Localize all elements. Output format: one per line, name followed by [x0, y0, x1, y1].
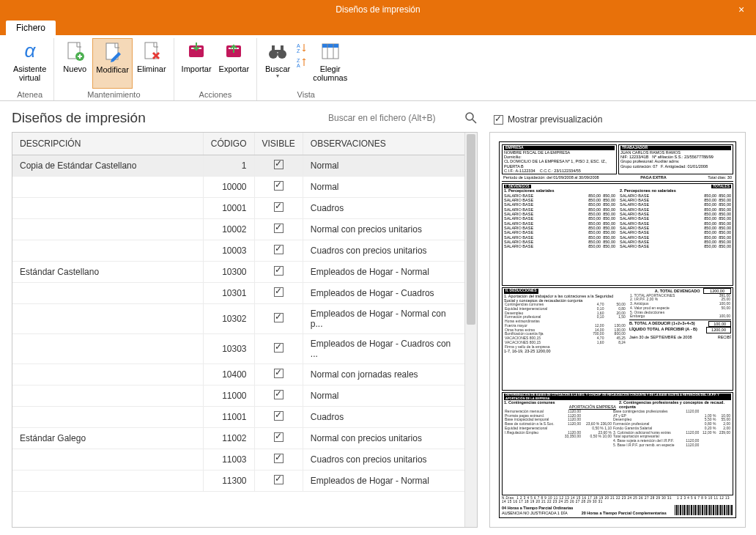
- nuevo-button[interactable]: Nuevo: [59, 38, 91, 89]
- preview-text: Grupo cotización: 07: [620, 164, 657, 169]
- cell-obs: Normal: [303, 177, 464, 198]
- table-row[interactable]: 11000Normal: [12, 385, 464, 407]
- importar-button[interactable]: Importar: [179, 38, 215, 89]
- cell-visible[interactable]: [254, 428, 303, 449]
- cell-visible[interactable]: [254, 262, 303, 283]
- sort-desc-button[interactable]: ZA: [295, 56, 308, 69]
- search-input[interactable]: [327, 111, 459, 125]
- table-row[interactable]: 11003Cuadros con precios unitarios: [12, 449, 464, 471]
- cell-visible[interactable]: [254, 283, 303, 304]
- preview-toggle-label: Mostrar previsualización: [508, 114, 602, 125]
- cell-obs: Normal con jornadas reales: [303, 364, 464, 385]
- ribbon-group-atenea: α Asistente virtual Atenea: [6, 38, 54, 100]
- table-row[interactable]: Copia de Estándar Castellano1Normal: [12, 155, 464, 177]
- tab-fichero[interactable]: Fichero: [6, 21, 56, 35]
- cell-visible[interactable]: [254, 449, 303, 471]
- checkbox-icon: [274, 454, 284, 463]
- buscar-button[interactable]: Buscar ▾: [262, 38, 294, 89]
- cell-visible[interactable]: [254, 471, 303, 492]
- preview-text: 1. Aportación del trabajador a las cotiz…: [504, 294, 626, 298]
- preview-text: DETERMINACIÓN DE BASES DE COTIZACIÓN A L…: [504, 394, 731, 400]
- table-container: DESCRIPCIÓN CÓDIGO VISIBLE OBSERVACIONES…: [12, 132, 478, 528]
- preview-text: N.Días 1 2 3 4 5 6 7 8 9 10 11 12 13 14 …: [502, 496, 733, 503]
- modificar-button[interactable]: Modificar: [92, 38, 133, 89]
- col-header-visible[interactable]: VISIBLE: [254, 133, 303, 155]
- table-row[interactable]: 10400Normal con jornadas reales: [12, 364, 464, 385]
- table-row[interactable]: 11001Cuadros: [12, 407, 464, 428]
- cell-visible[interactable]: [254, 364, 303, 385]
- cell-visible[interactable]: [254, 385, 303, 407]
- cell-visible[interactable]: [254, 334, 303, 364]
- svg-text:A: A: [297, 43, 300, 48]
- table-row[interactable]: Estándar Castellano10300Empleados de Hog…: [12, 262, 464, 283]
- edit-document-icon: [101, 40, 125, 64]
- checkbox-icon: [274, 266, 284, 276]
- cell-visible[interactable]: [254, 304, 303, 334]
- vertical-scrollbar[interactable]: [464, 133, 477, 527]
- table-scroll[interactable]: DESCRIPCIÓN CÓDIGO VISIBLE OBSERVACIONES…: [12, 133, 464, 527]
- ribbon-group-label: Acciones: [199, 89, 232, 100]
- cell-code: 10303: [203, 334, 254, 364]
- col-header-codigo[interactable]: CÓDIGO: [203, 133, 254, 155]
- sort-asc-button[interactable]: AZ: [295, 41, 308, 54]
- table-row[interactable]: 10000Normal: [12, 177, 464, 198]
- cell-visible[interactable]: [254, 177, 303, 198]
- cell-code: 10400: [203, 364, 254, 385]
- cell-desc: Estándar Castellano: [12, 262, 203, 283]
- cell-visible[interactable]: [254, 407, 303, 428]
- titlebar: Diseños de impresión ×: [0, 0, 756, 19]
- cell-desc: [12, 407, 203, 428]
- cell-desc: [12, 364, 203, 385]
- cell-visible[interactable]: [254, 198, 303, 219]
- preview-text: C.C.C.: 23/1122334/55: [540, 169, 581, 173]
- svg-text:Z: Z: [297, 48, 300, 54]
- cell-obs: Cuadros con precios unitarios: [303, 449, 464, 471]
- columns-icon: [319, 40, 342, 63]
- cell-code: 10302: [203, 304, 254, 334]
- preview-text: Domicilio:: [504, 155, 522, 159]
- scrollbar-thumb[interactable]: [467, 134, 475, 325]
- panel-header: Diseños de impresión: [12, 110, 478, 126]
- exportar-button[interactable]: Exportar: [216, 38, 253, 89]
- new-document-icon: [63, 40, 86, 63]
- table-row[interactable]: Estándar Galego11002Normal con precios u…: [12, 428, 464, 449]
- table-row[interactable]: 10003Cuadros con precios unitarios: [12, 240, 464, 262]
- cell-code: 10001: [203, 198, 254, 219]
- table-row[interactable]: 10301Empleados de Hogar - Cuadros: [12, 283, 464, 304]
- table-row[interactable]: 10302Empleados de Hogar - Normal con p..…: [12, 304, 464, 334]
- cell-visible[interactable]: [254, 219, 303, 240]
- svg-text:Z: Z: [297, 58, 300, 63]
- checkbox-icon: [274, 475, 284, 484]
- cell-code: 1: [203, 155, 254, 177]
- ribbon-label: Eliminar: [137, 64, 166, 73]
- cell-obs: Normal: [303, 385, 464, 407]
- preview-toggle[interactable]: Mostrar previsualización: [494, 114, 746, 125]
- table-row[interactable]: 10303Empleados de Hogar - Cuadros con ..…: [12, 334, 464, 364]
- cell-code: 11002: [203, 428, 254, 449]
- asistente-virtual-button[interactable]: α Asistente virtual: [10, 38, 49, 89]
- ribbon-group-label: Mantenimiento: [87, 89, 140, 100]
- checkbox-icon: [274, 181, 284, 191]
- preview-text: NIF: 12233/41B: [620, 155, 649, 159]
- ribbon-label: Exportar: [219, 64, 250, 73]
- table-row[interactable]: 10001Cuadros: [12, 198, 464, 219]
- elegir-columnas-button[interactable]: Elegir columnas: [310, 38, 350, 89]
- cell-visible[interactable]: [254, 155, 303, 177]
- ribbon-group-label: Vista: [297, 89, 315, 100]
- eliminar-button[interactable]: Eliminar: [134, 38, 169, 89]
- table-header-row: DESCRIPCIÓN CÓDIGO VISIBLE OBSERVACIONES: [12, 133, 464, 155]
- sort-icons: AZ ZA: [295, 38, 308, 89]
- svg-rect-13: [275, 50, 281, 52]
- table-row[interactable]: 11300Empleados de Hogar - Normal: [12, 471, 464, 492]
- close-button[interactable]: ×: [727, 0, 756, 19]
- col-header-observaciones[interactable]: OBSERVACIONES: [303, 133, 464, 155]
- col-header-descripcion[interactable]: DESCRIPCIÓN: [12, 133, 203, 155]
- table-row[interactable]: 10002Normal con precios unitarios: [12, 219, 464, 240]
- svg-text:α: α: [24, 40, 36, 62]
- panel-title: Diseños de impresión: [12, 110, 146, 126]
- preview-text: 20 Horas a Tiempo Parcial Complementaria…: [582, 511, 667, 515]
- cell-obs: Empleados de Hogar - Normal: [303, 471, 464, 492]
- cell-visible[interactable]: [254, 240, 303, 262]
- search-icon[interactable]: [464, 111, 478, 125]
- preview-text: RECIBÍ: [718, 335, 731, 339]
